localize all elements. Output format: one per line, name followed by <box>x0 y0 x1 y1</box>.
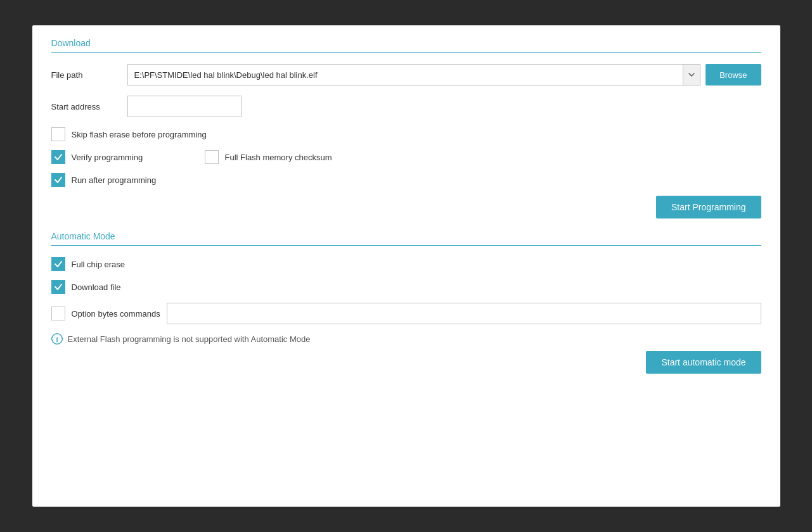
full-flash-checkbox[interactable] <box>205 150 219 164</box>
chevron-down-icon <box>688 71 695 79</box>
file-path-row: File path Browse <box>51 64 761 86</box>
skip-flash-row: Skip flash erase before programming <box>51 127 761 141</box>
verify-programming-label: Verify programming <box>72 153 179 162</box>
file-path-label: File path <box>51 70 127 80</box>
info-icon: i <box>51 333 63 345</box>
automatic-section-header: Automatic Mode <box>51 231 761 246</box>
download-file-row: Download file <box>51 280 761 294</box>
checkmark-icon <box>54 260 63 269</box>
checkmark-icon <box>54 153 63 162</box>
skip-flash-label: Skip flash erase before programming <box>72 130 207 139</box>
option-bytes-input[interactable] <box>167 303 761 324</box>
file-path-dropdown-button[interactable] <box>683 64 700 86</box>
checkmark-icon <box>54 175 63 184</box>
run-after-label: Run after programming <box>72 175 157 185</box>
verify-programming-checkbox[interactable] <box>51 150 65 164</box>
option-bytes-checkbox[interactable] <box>51 307 65 320</box>
start-address-input[interactable] <box>127 96 242 117</box>
checkmark-icon <box>54 282 63 291</box>
start-automatic-mode-button[interactable]: Start automatic mode <box>646 351 761 374</box>
automatic-section: Automatic Mode Full chip erase Download … <box>51 231 761 374</box>
start-address-label: Start address <box>51 102 127 111</box>
download-file-label: Download file <box>72 282 121 292</box>
file-path-input[interactable] <box>127 64 683 86</box>
info-message: External Flash programming is not suppor… <box>68 334 311 344</box>
option-bytes-row: Option bytes commands <box>51 303 761 324</box>
full-chip-erase-checkbox[interactable] <box>51 257 65 271</box>
run-after-checkbox[interactable] <box>51 173 65 187</box>
full-flash-label: Full Flash memory checksum <box>225 153 332 162</box>
skip-flash-checkbox[interactable] <box>51 127 65 141</box>
download-section: Download File path Browse Start address <box>51 38 761 218</box>
option-bytes-label: Option bytes commands <box>72 309 160 319</box>
info-row: i External Flash programming is not supp… <box>51 333 761 345</box>
run-after-row: Run after programming <box>51 173 761 187</box>
full-chip-erase-label: Full chip erase <box>72 260 126 269</box>
start-programming-button[interactable]: Start Programming <box>656 196 761 218</box>
main-panel: Download File path Browse Start address <box>32 25 780 507</box>
download-file-checkbox[interactable] <box>51 280 65 294</box>
start-auto-row: Start automatic mode <box>51 351 761 374</box>
full-chip-erase-row: Full chip erase <box>51 257 761 271</box>
verify-row: Verify programming Full Flash memory che… <box>51 150 761 164</box>
start-programming-row: Start Programming <box>51 196 761 218</box>
download-section-header: Download <box>51 38 761 53</box>
svg-text:i: i <box>56 336 58 343</box>
start-address-row: Start address <box>51 96 761 117</box>
file-path-input-wrapper: Browse <box>127 64 761 86</box>
browse-button[interactable]: Browse <box>706 64 761 86</box>
